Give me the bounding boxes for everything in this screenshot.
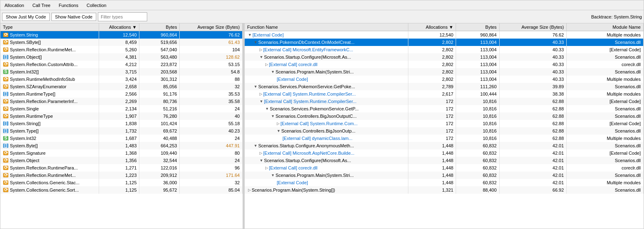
- left-table-row[interactable]: S System.Int32[] 3,715 203,568 54.8: [0, 68, 243, 76]
- left-table-row[interactable]: [] System.Byte[] 1,483 664,253 447.91: [0, 142, 243, 149]
- type-icon: ⟳: [3, 32, 9, 38]
- expand-arrow[interactable]: ▼: [254, 144, 257, 148]
- type-name: System.Reflection.CustomAttrib...: [10, 62, 77, 67]
- bytes-cell: 664,253: [139, 142, 180, 149]
- left-table-row[interactable]: S System.Int32 1,687 40,488 24: [0, 135, 243, 142]
- col-avg-size[interactable]: Average Size (Bytes): [180, 23, 243, 31]
- left-table-row[interactable]: ⟳ System.SZArrayEnumerator 2,658 85,056 …: [0, 83, 243, 90]
- function-name-cell: ▷ [External Call] coreclr.dll: [245, 164, 408, 172]
- right-table-container[interactable]: Function Name Allocations ▼ Bytes Averag…: [245, 23, 644, 229]
- show-just-my-code-button[interactable]: Show Just My Code: [2, 13, 50, 21]
- expand-arrow[interactable]: ▷: [277, 121, 280, 126]
- left-table-row[interactable]: ⟳ System.RuntimeType 1,907 76,280 40: [0, 112, 243, 120]
- type-cell: S System.Int32: [0, 135, 99, 142]
- function-name: Scenarios.Startup.Configure(Microsoft.As…: [264, 158, 351, 163]
- left-table-row[interactable]: [] System.Type[] 1,732 69,672 40.23: [0, 127, 243, 135]
- left-table-row[interactable]: ⟳ System.Reflection.CustomAttrib... 4,21…: [0, 61, 243, 68]
- expand-arrow[interactable]: ▼: [254, 85, 257, 89]
- right-table-row[interactable]: ▼ Scenarios.Startup.Configure(Microsoft.…: [245, 53, 644, 61]
- module-name-cell: Scenarios.dll: [567, 39, 644, 46]
- right-table-row[interactable]: [External Call] dynamicClass.lam... 172 …: [245, 135, 644, 142]
- menu-functions[interactable]: Functions: [56, 2, 81, 9]
- right-table-row[interactable]: ▼ [External Code] 12,540 960,864 76.62 M…: [245, 31, 644, 39]
- right-table-row[interactable]: ▼ Scenarios.Services.PokemonService.GetP…: [245, 105, 644, 112]
- right-table-row[interactable]: ▷ [External Call] coreclr.dll 2,802 113,…: [245, 61, 644, 68]
- menu-collection[interactable]: Collection: [84, 2, 109, 9]
- right-table-row[interactable]: ▼ Scenarios.Controllers.BigJsonOutp... 1…: [245, 127, 644, 135]
- right-table-row[interactable]: ▷ [External Call] Microsoft.EntityFramew…: [245, 46, 644, 53]
- left-table-row[interactable]: ⟳ System.Single 2,134 51,216 24: [0, 105, 243, 112]
- menu-allocation[interactable]: Allocation: [2, 2, 27, 9]
- show-native-code-button[interactable]: Show Native Code: [51, 13, 96, 21]
- left-table-row[interactable]: ⟳ System.Reflection.RuntimePara... 1,271…: [0, 164, 243, 172]
- right-table-row[interactable]: [External Code] 1,448 60,832 42.01 Multi…: [245, 179, 644, 186]
- col-allocations[interactable]: Allocations ▼: [99, 23, 139, 31]
- right-table-row[interactable]: ▼ Scenarios.Services.PokemonService.GetP…: [245, 83, 644, 90]
- expand-arrow[interactable]: ▼: [277, 129, 280, 133]
- right-table: Function Name Allocations ▼ Bytes Averag…: [245, 23, 644, 194]
- left-table-row[interactable]: [] System.Object[] 4,381 563,480 128.62: [0, 53, 243, 61]
- col-function-name[interactable]: Function Name: [245, 23, 408, 31]
- type-icon: ⟳: [3, 150, 9, 156]
- filter-types-input[interactable]: [98, 12, 147, 21]
- left-table-row[interactable]: ⟳ System.Signature 1,368 109,440 80: [0, 149, 243, 157]
- right-table-row[interactable]: ▷ [External Call] System.Runtime.Com... …: [245, 120, 644, 127]
- right-table-row[interactable]: ▼ Scenarios.Program.Main(System.Stri... …: [245, 172, 644, 179]
- right-table-row[interactable]: [External Code] 2,802 113,004 40.33 Mult…: [245, 76, 644, 83]
- menu-call-tree[interactable]: Call Tree: [30, 2, 53, 9]
- avg-size-cell: 35.53: [180, 90, 243, 98]
- right-table-row[interactable]: ▷ [External Call] coreclr.dll 1,448 60,8…: [245, 164, 644, 172]
- r-bytes-cell: 60,832: [456, 149, 499, 157]
- left-table-row[interactable]: ⟳ System.RuntimeMethodInfoStub 3,424 301…: [0, 76, 243, 83]
- expand-arrow[interactable]: ▷: [265, 166, 268, 170]
- r-avg-size-cell: 62.88: [499, 135, 567, 142]
- col-r-allocations[interactable]: Allocations ▼: [408, 23, 456, 31]
- left-table-row[interactable]: [] System.RuntimeType[] 2,566 91,176 35.…: [0, 90, 243, 98]
- expand-arrow[interactable]: ▼: [254, 40, 257, 44]
- left-table-row[interactable]: ⟳ System.Object 1,356 32,544 24: [0, 157, 243, 164]
- right-table-row[interactable]: ▷ Scenarios.Program.Main(System.String[]…: [245, 186, 644, 194]
- left-table-row[interactable]: ⟳ System.Collections.Generic.Stac... 1,1…: [0, 179, 243, 186]
- expand-arrow[interactable]: ▼: [271, 70, 275, 74]
- avg-size-cell: 76.62: [180, 31, 243, 39]
- expand-arrow[interactable]: ▼: [259, 55, 263, 59]
- left-table-container[interactable]: Type Allocations ▼ Bytes Average Size (B…: [0, 23, 243, 229]
- left-table-row[interactable]: ⟳ System.Reflection.ParameterInf... 2,26…: [0, 98, 243, 105]
- right-table-row[interactable]: ▷ [External Call] Microsoft.AspNetCore.B…: [245, 149, 644, 157]
- expand-arrow[interactable]: ▷: [259, 151, 262, 155]
- col-r-bytes[interactable]: Bytes: [456, 23, 499, 31]
- right-table-row[interactable]: ▼ [External Call] System.Runtime.Compile…: [245, 98, 644, 105]
- function-name-cell: ▼ Scenarios.Startup.Configure(Microsoft.…: [245, 157, 408, 164]
- expand-arrow[interactable]: ▼: [271, 173, 275, 177]
- expand-arrow[interactable]: ▷: [248, 188, 251, 192]
- expand-arrow[interactable]: ▼: [271, 114, 275, 118]
- right-table-row[interactable]: ▷ [External Call] System.Runtime.Compile…: [245, 90, 644, 98]
- avg-size-cell: 40: [180, 112, 243, 120]
- expand-arrow[interactable]: ▷: [259, 48, 262, 52]
- type-icon: ⟳: [3, 47, 9, 53]
- type-name: System.Byte[]: [10, 143, 38, 148]
- col-module-name[interactable]: Module Name: [567, 23, 644, 31]
- col-r-avg-size[interactable]: Average Size (Bytes): [499, 23, 567, 31]
- col-bytes[interactable]: Bytes: [139, 23, 180, 31]
- col-type[interactable]: Type: [0, 23, 99, 31]
- module-name-cell: Multiple modules: [567, 90, 644, 98]
- left-table-row[interactable]: ⟳ System.Reflection.RuntimeMet... 5,260 …: [0, 46, 243, 53]
- right-table-row[interactable]: ▼ Scenarios.Program.Main(System.Stri... …: [245, 68, 644, 76]
- left-table-row[interactable]: ⟳ System.String 12,540 960,864 76.62: [0, 31, 243, 39]
- expand-arrow[interactable]: ▷: [265, 62, 268, 66]
- r-bytes-cell: 113,004: [456, 76, 499, 83]
- right-table-row[interactable]: ▼ Scenarios.PokemonDbContext.OnModelCrea…: [245, 39, 644, 46]
- left-table-row[interactable]: ⟳ System.SByte[] 8,459 519,656 61.43: [0, 39, 243, 46]
- right-table-row[interactable]: ▼ Scenarios.Startup.Configure(Microsoft.…: [245, 157, 644, 164]
- expand-arrow[interactable]: ▼: [248, 33, 252, 37]
- right-table-row[interactable]: ▼ Scenarios.Startup.Configure.AnonymousM…: [245, 142, 644, 149]
- left-table-row[interactable]: ⟳ System.Collections.Generic.Sort... 1,1…: [0, 186, 243, 194]
- left-table-row[interactable]: [] System.String[] 1,838 101,424 55.18: [0, 120, 243, 127]
- right-table-row[interactable]: ▼ Scenarios.Controllers.BigJsonOutputC..…: [245, 112, 644, 120]
- expand-arrow[interactable]: ▷: [259, 92, 262, 96]
- expand-arrow[interactable]: ▼: [265, 107, 269, 111]
- expand-arrow[interactable]: ▼: [259, 99, 263, 103]
- left-table-row[interactable]: ⟳ System.Reflection.RuntimeMet... 1,223 …: [0, 172, 243, 179]
- expand-arrow[interactable]: ▼: [259, 158, 263, 163]
